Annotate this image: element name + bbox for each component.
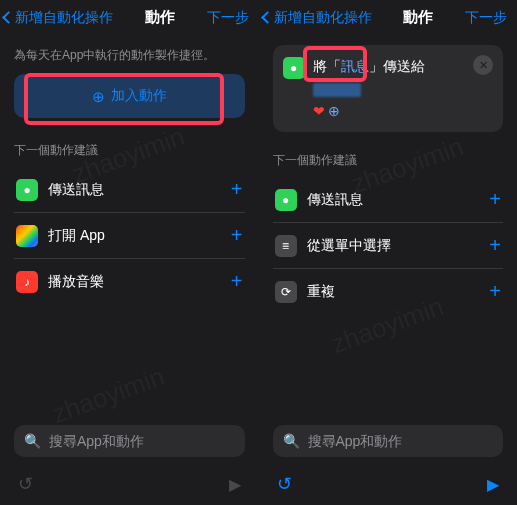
undo-icon[interactable]: ↺ (277, 473, 292, 495)
suggestion-label: 傳送訊息 (48, 181, 221, 199)
message-icon: ● (275, 189, 297, 211)
plus-icon: ⊕ (92, 89, 105, 104)
next-button[interactable]: 下一步 (465, 9, 507, 27)
repeat-icon: ⟳ (275, 281, 297, 303)
bottom-bar: ↺ ▶ (259, 465, 518, 505)
next-button[interactable]: 下一步 (207, 9, 249, 27)
suggestion-list: ● 傳送訊息 + ≡ 從選單中選擇 + ⟳ 重複 + (259, 177, 518, 314)
search-icon: 🔍 (283, 433, 300, 449)
add-plus-icon[interactable]: + (489, 234, 501, 257)
search-input[interactable] (308, 433, 494, 449)
app-grid-icon (16, 225, 38, 247)
suggestion-label: 重複 (307, 283, 480, 301)
suggestion-label: 播放音樂 (48, 273, 221, 291)
add-recipient-plus[interactable]: ⊕ (328, 103, 340, 119)
search-bar[interactable]: 🔍 (14, 425, 245, 457)
suggestion-item[interactable]: ≡ 從選單中選擇 + (273, 223, 504, 269)
suggestion-label: 傳送訊息 (307, 191, 480, 209)
suggestion-item[interactable]: ⟳ 重複 + (273, 269, 504, 314)
undo-icon[interactable]: ↺ (18, 473, 33, 495)
header-title: 動作 (113, 8, 207, 27)
add-plus-icon[interactable]: + (489, 188, 501, 211)
recipient-blurred (313, 83, 361, 97)
header: 新增自動化操作 動作 下一步 (259, 0, 518, 35)
bottom-bar: ↺ ▶ (0, 465, 259, 505)
screen-left: 新增自動化操作 動作 下一步 為每天在App中執行的動作製作捷徑。 ⊕ 加入動作… (0, 0, 259, 505)
screen-right: 新增自動化操作 動作 下一步 ● 將「訊息」傳送給 ❤ ⊕ ✕ 下一個動作建議 … (259, 0, 518, 505)
heart-icon: ❤ (313, 103, 325, 119)
search-input[interactable] (49, 433, 235, 449)
suggestion-item[interactable]: 打開 App + (14, 213, 245, 259)
add-plus-icon[interactable]: + (231, 270, 243, 293)
close-icon[interactable]: ✕ (473, 55, 493, 75)
header-title: 動作 (372, 8, 466, 27)
add-action-button[interactable]: ⊕ 加入動作 (14, 74, 245, 118)
add-action-label: 加入動作 (111, 87, 167, 105)
menu-icon: ≡ (275, 235, 297, 257)
music-icon: ♪ (16, 271, 38, 293)
section-label: 下一個動作建議 (0, 142, 259, 167)
suggestion-list: ● 傳送訊息 + 打開 App + ♪ 播放音樂 + (0, 167, 259, 304)
message-token[interactable]: 訊息 (341, 58, 369, 74)
suggestion-label: 打開 App (48, 227, 221, 245)
back-label: 新增自動化操作 (274, 9, 372, 27)
search-bar[interactable]: 🔍 (273, 425, 504, 457)
chevron-left-icon (261, 11, 274, 24)
message-icon: ● (283, 57, 305, 79)
back-button[interactable]: 新增自動化操作 (4, 9, 113, 27)
suggestion-item[interactable]: ♪ 播放音樂 + (14, 259, 245, 304)
add-plus-icon[interactable]: + (231, 178, 243, 201)
message-icon: ● (16, 179, 38, 201)
suggestion-item[interactable]: ● 傳送訊息 + (273, 177, 504, 223)
composed-action[interactable]: ● 將「訊息」傳送給 ❤ ⊕ ✕ (273, 45, 504, 132)
back-label: 新增自動化操作 (15, 9, 113, 27)
back-button[interactable]: 新增自動化操作 (263, 9, 372, 27)
suggestion-item[interactable]: ● 傳送訊息 + (14, 167, 245, 213)
play-icon[interactable]: ▶ (487, 475, 499, 494)
search-icon: 🔍 (24, 433, 41, 449)
hint-text: 為每天在App中執行的動作製作捷徑。 (0, 35, 259, 74)
header: 新增自動化操作 動作 下一步 (0, 0, 259, 35)
section-label: 下一個動作建議 (259, 152, 518, 177)
composed-text: 將「訊息」傳送給 ❤ ⊕ (313, 55, 466, 122)
play-icon[interactable]: ▶ (229, 475, 241, 494)
chevron-left-icon (2, 11, 15, 24)
suggestion-label: 從選單中選擇 (307, 237, 480, 255)
add-plus-icon[interactable]: + (231, 224, 243, 247)
add-plus-icon[interactable]: + (489, 280, 501, 303)
